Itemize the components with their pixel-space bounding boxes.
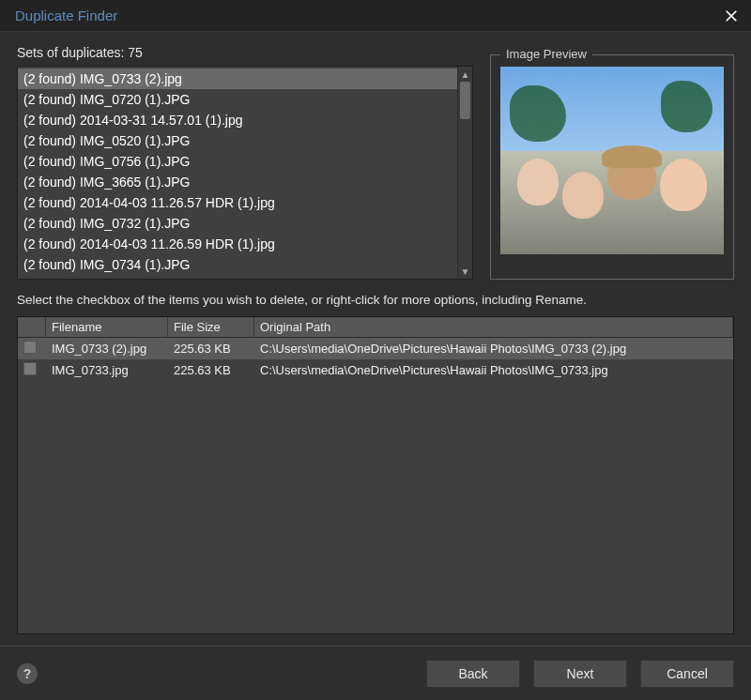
image-preview-group: Image Preview xyxy=(490,54,734,280)
duplicate-set-item[interactable]: (2 found) IMG_0721 (1).JPG xyxy=(18,275,457,279)
duplicate-sets-list[interactable]: (2 found) IMG_0733 (2).jpg(2 found) IMG_… xyxy=(17,66,473,280)
next-button[interactable]: Next xyxy=(533,660,627,688)
duplicate-set-item[interactable]: (2 found) IMG_0720 (1).JPG xyxy=(18,89,457,110)
row-checkbox-cell xyxy=(18,338,46,359)
content-area: Sets of duplicates: 75 (2 found) IMG_073… xyxy=(0,32,751,634)
cancel-button[interactable]: Cancel xyxy=(640,660,734,688)
duplicate-set-item[interactable]: (2 found) 2014-03-31 14.57.01 (1).jpg xyxy=(18,110,457,130)
delete-checkbox[interactable] xyxy=(23,341,37,354)
back-button[interactable]: Back xyxy=(426,660,520,688)
table-row[interactable]: IMG_0733.jpg225.63 KBC:\Users\media\OneD… xyxy=(18,359,733,381)
cell-filesize: 225.63 KB xyxy=(168,339,254,358)
duplicate-set-item[interactable]: (2 found) 2014-04-03 11.26.59 HDR (1).jp… xyxy=(18,234,457,254)
list-scrollbar[interactable]: ▲ ▼ xyxy=(457,67,472,279)
th-path[interactable]: Original Path xyxy=(254,317,733,337)
cell-filename: IMG_0733.jpg xyxy=(46,360,168,380)
th-filesize[interactable]: File Size xyxy=(168,317,254,337)
duplicates-table: Filename File Size Original Path IMG_073… xyxy=(17,316,734,634)
cell-filesize: 225.63 KB xyxy=(168,360,254,380)
footer-buttons: Back Next Cancel xyxy=(426,660,734,688)
duplicate-set-item[interactable]: (2 found) IMG_3665 (1).JPG xyxy=(18,172,457,192)
th-filename[interactable]: Filename xyxy=(46,317,168,337)
duplicate-set-item[interactable]: (2 found) IMG_0733 (2).jpg xyxy=(18,68,457,89)
scroll-down-icon[interactable]: ▼ xyxy=(458,264,472,279)
table-header: Filename File Size Original Path xyxy=(18,317,733,338)
cell-path: C:\Users\media\OneDrive\Pictures\Hawaii … xyxy=(254,360,733,380)
duplicate-set-item[interactable]: (2 found) 2014-04-03 11.26.57 HDR (1).jp… xyxy=(18,192,457,213)
delete-checkbox[interactable] xyxy=(23,362,37,375)
duplicate-finder-window: Duplicate Finder Sets of duplicates: 75 … xyxy=(0,0,751,700)
table-row[interactable]: IMG_0733 (2).jpg225.63 KBC:\Users\media\… xyxy=(18,338,733,359)
preview-legend: Image Preview xyxy=(500,47,592,61)
close-icon[interactable] xyxy=(721,6,742,26)
duplicate-set-item[interactable]: (2 found) IMG_0756 (1).JPG xyxy=(18,151,457,172)
th-checkbox xyxy=(18,317,46,337)
footer: ? Back Next Cancel xyxy=(0,646,751,700)
instruction-text: Select the checkbox of the items you wis… xyxy=(17,293,734,307)
cell-filename: IMG_0733 (2).jpg xyxy=(46,339,168,358)
duplicate-set-item[interactable]: (2 found) IMG_0734 (1).JPG xyxy=(18,254,457,275)
titlebar: Duplicate Finder xyxy=(0,0,751,32)
scroll-thumb[interactable] xyxy=(460,82,470,119)
window-title: Duplicate Finder xyxy=(15,8,117,23)
upper-row: (2 found) IMG_0733 (2).jpg(2 found) IMG_… xyxy=(17,66,734,280)
duplicate-set-item[interactable]: (2 found) IMG_0520 (1).JPG xyxy=(18,130,457,151)
row-checkbox-cell xyxy=(18,359,46,381)
cell-path: C:\Users\media\OneDrive\Pictures\Hawaii … xyxy=(254,339,733,358)
help-icon[interactable]: ? xyxy=(17,663,38,684)
scroll-up-icon[interactable]: ▲ xyxy=(458,67,472,82)
duplicate-set-item[interactable]: (2 found) IMG_0732 (1).JPG xyxy=(18,213,457,234)
preview-image xyxy=(500,67,724,254)
